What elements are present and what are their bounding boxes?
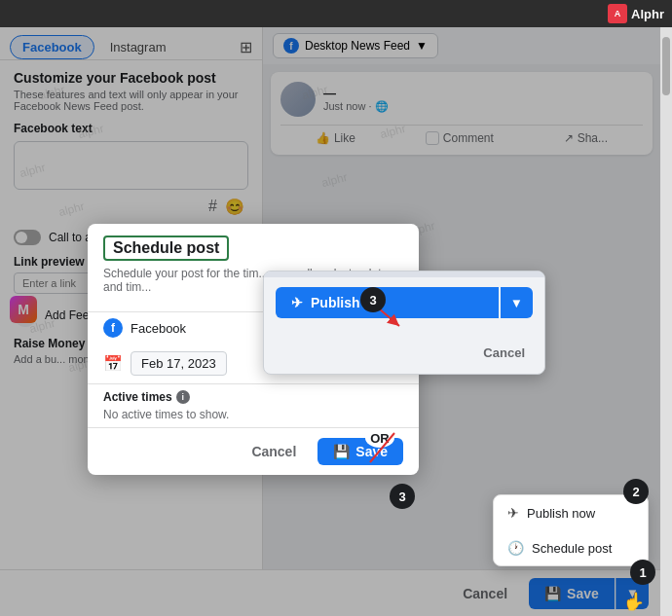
publish-modal: ✈ Publish ▼ Cancel bbox=[263, 271, 545, 375]
schedule-post-item[interactable]: 🕐 Schedule post bbox=[494, 530, 648, 565]
alphr-logo-text: Alphr bbox=[631, 7, 664, 21]
step-badge-1: 1 bbox=[630, 560, 655, 585]
cursor-hand: 👆 bbox=[623, 591, 645, 612]
alphr-logo: A Alphr bbox=[608, 4, 664, 23]
active-times-label: Active times i bbox=[103, 390, 403, 404]
dropdown-menu: ✈ Publish now 🕐 Schedule post bbox=[493, 494, 649, 566]
chevron-down-icon: ▼ bbox=[510, 296, 523, 310]
publish-icon: ✈ bbox=[291, 295, 303, 310]
top-bar: A Alphr bbox=[0, 0, 672, 27]
publish-now-item[interactable]: ✈ Publish now bbox=[494, 495, 648, 530]
publish-now-icon: ✈ bbox=[507, 505, 519, 521]
date-value[interactable]: Feb 17, 2023 bbox=[131, 351, 227, 376]
step-badge-3a: 3 bbox=[360, 287, 386, 312]
active-times-section: Active times i No active times to show. bbox=[88, 383, 419, 427]
platform-name: Facebook bbox=[131, 321, 186, 336]
publish-cancel-button[interactable]: Cancel bbox=[475, 342, 533, 364]
scrollbar[interactable] bbox=[660, 27, 672, 616]
calendar-icon: 📅 bbox=[103, 354, 123, 373]
save-icon: 💾 bbox=[333, 444, 350, 459]
modal-cancel-button[interactable]: Cancel bbox=[240, 438, 308, 465]
scrollbar-thumb[interactable] bbox=[662, 37, 670, 95]
alphr-logo-icon: A bbox=[608, 4, 627, 23]
no-active-times: No active times to show. bbox=[103, 408, 403, 421]
publish-arrow-button[interactable]: ▼ bbox=[501, 287, 533, 318]
publish-button-group: ✈ Publish ▼ bbox=[276, 287, 533, 318]
or-label: OR bbox=[365, 428, 394, 448]
step-badge-2: 2 bbox=[623, 479, 649, 504]
publish-content: ✈ Publish ▼ bbox=[264, 277, 544, 336]
step-badge-3b: 3 bbox=[390, 484, 415, 509]
publish-footer: Cancel bbox=[264, 336, 544, 374]
publish-main-button[interactable]: ✈ Publish bbox=[276, 287, 499, 318]
schedule-post-icon: 🕐 bbox=[507, 540, 524, 556]
fb-platform-icon: f bbox=[103, 318, 123, 338]
info-icon: i bbox=[176, 390, 190, 404]
schedule-post-title: Schedule post bbox=[103, 236, 229, 261]
